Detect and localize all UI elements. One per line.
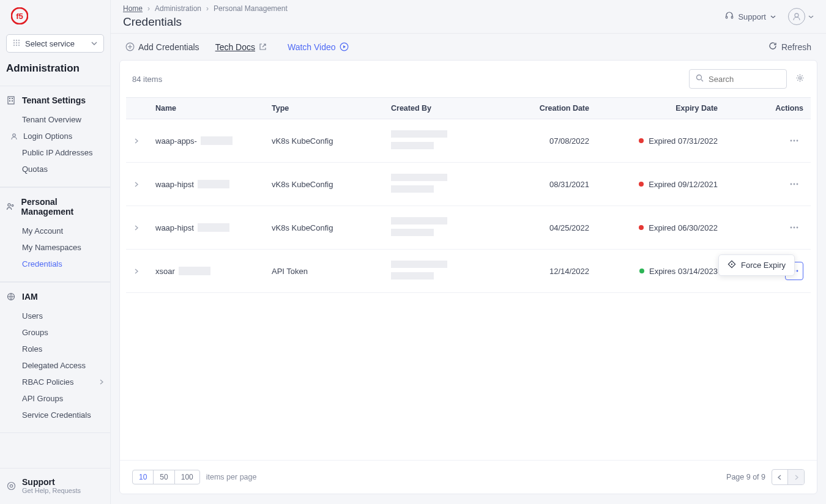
search-input-wrapper (689, 69, 787, 89)
sidebar-item-login-options[interactable]: Login Options (0, 128, 110, 144)
breadcrumb: Home Administration Personal Management (123, 4, 288, 13)
expand-row-button[interactable] (133, 136, 139, 146)
svg-point-27 (697, 75, 702, 80)
svg-point-17 (8, 204, 10, 206)
svg-point-35 (791, 227, 792, 229)
row-actions-button[interactable] (785, 175, 803, 193)
sidebar-support[interactable]: Support Get Help, Requests (0, 468, 110, 504)
ellipsis-icon (790, 183, 798, 185)
page-size-10[interactable]: 10 (133, 470, 154, 484)
table-settings-button[interactable] (795, 73, 805, 84)
lifebuoy-icon (6, 481, 16, 491)
expiry-text: Expired 06/30/2022 (649, 223, 718, 232)
svg-rect-15 (12, 100, 13, 102)
svg-rect-12 (9, 98, 10, 99)
prev-page-button[interactable] (772, 470, 788, 484)
row-actions-button[interactable] (785, 132, 803, 150)
select-service-dropdown[interactable]: Select service (6, 34, 104, 53)
credential-type: vK8s KubeConfig (264, 163, 384, 206)
svg-point-29 (791, 140, 792, 142)
sidebar-item-delegated-access[interactable]: Delegated Access (0, 357, 110, 374)
svg-point-36 (794, 227, 795, 229)
sidebar-item-my-account[interactable]: My Account (0, 223, 110, 239)
sidebar-item-api-groups[interactable]: API Groups (0, 390, 110, 407)
expiry-text: Expired 07/31/2022 (649, 136, 718, 146)
svg-point-10 (18, 44, 20, 45)
avatar-icon (788, 8, 805, 25)
page-title: Credentials (123, 15, 288, 29)
svg-point-6 (16, 42, 17, 43)
items-per-page-label: items per page (206, 473, 257, 481)
table-footer: 10 50 100 items per page Page 9 of 9 (120, 460, 817, 494)
user-menu[interactable] (788, 8, 814, 25)
ellipsis-icon (790, 139, 798, 142)
status-dot-icon (639, 138, 644, 143)
page-size-50[interactable]: 50 (154, 470, 174, 484)
sidebar-item-rbac-policies[interactable]: RBAC Policies (0, 374, 110, 390)
svg-point-21 (10, 484, 12, 487)
support-title: Support (22, 477, 81, 487)
sidebar: f5 Select service Administration Tenant … (0, 0, 111, 504)
credentials-table: Name Type Created By Creation Date Expir… (126, 97, 811, 293)
action-bar: Add Credentials Tech Docs Watch Video Re… (111, 34, 826, 60)
svg-point-4 (18, 39, 20, 40)
sidebar-item-users[interactable]: Users (0, 308, 110, 324)
col-expiry: Expiry Date (597, 98, 725, 119)
svg-point-18 (12, 205, 13, 207)
svg-point-7 (18, 42, 20, 43)
building-icon (6, 96, 16, 105)
redacted-text (179, 267, 210, 275)
col-type: Type (264, 98, 384, 119)
sidebar-item-groups[interactable]: Groups (0, 324, 110, 341)
sidebar-item-credentials[interactable]: Credentials (0, 256, 110, 272)
headset-icon (725, 12, 734, 22)
row-actions-button[interactable] (785, 218, 803, 237)
refresh-button[interactable]: Refresh (768, 42, 811, 52)
next-page-button[interactable] (788, 470, 804, 484)
watch-video-link[interactable]: Watch Video (288, 42, 349, 52)
tech-docs-link[interactable]: Tech Docs (215, 42, 267, 52)
support-dropdown[interactable]: Support (725, 12, 776, 22)
svg-point-34 (797, 183, 798, 185)
svg-point-31 (797, 140, 798, 142)
sidebar-item-public-ip[interactable]: Public IP Addresses (0, 144, 110, 161)
search-input[interactable] (709, 75, 780, 84)
expand-row-button[interactable] (133, 180, 139, 189)
sidebar-heading: Administration (0, 60, 110, 86)
chevron-right-icon (99, 377, 104, 387)
svg-point-5 (13, 42, 15, 43)
external-link-icon (259, 43, 267, 51)
breadcrumb-home[interactable]: Home (123, 4, 143, 13)
add-credentials-button[interactable]: Add Credentials (125, 42, 199, 52)
nav-group-iam: IAM Users Groups Roles Delegated Access … (0, 282, 110, 433)
chevron-left-icon (777, 475, 783, 480)
force-expiry-popover[interactable]: Force Expiry (718, 254, 795, 276)
creation-date: 04/25/2022 (506, 206, 597, 250)
ellipsis-icon (790, 226, 798, 229)
expand-row-button[interactable] (133, 223, 139, 232)
page-size-selector: 10 50 100 (132, 470, 200, 484)
sidebar-item-tenant-overview[interactable]: Tenant Overview (0, 111, 110, 128)
chevron-right-icon (794, 475, 799, 480)
svg-point-32 (791, 183, 792, 185)
page-info: Page 9 of 9 (726, 473, 765, 481)
creation-date: 12/14/2022 (506, 250, 597, 293)
table-row: waap-apps-vK8s KubeConfig07/08/2022Expir… (126, 119, 811, 163)
group-title: Personal Management (21, 197, 104, 217)
sidebar-item-my-namespaces[interactable]: My Namespaces (0, 239, 110, 256)
col-actions: Actions (725, 98, 811, 119)
table-card: 84 items (119, 60, 817, 494)
svg-point-3 (16, 39, 17, 40)
sidebar-item-quotas[interactable]: Quotas (0, 161, 110, 177)
svg-point-42 (731, 264, 732, 265)
sidebar-item-roles[interactable]: Roles (0, 341, 110, 357)
sidebar-item-service-credentials[interactable]: Service Credentials (0, 407, 110, 423)
search-icon (696, 74, 704, 84)
page-size-100[interactable]: 100 (175, 470, 199, 484)
expand-row-button[interactable] (133, 267, 139, 276)
redacted-text (198, 180, 229, 188)
refresh-icon (768, 42, 777, 52)
select-service-label: Select service (25, 39, 91, 48)
svg-rect-14 (9, 100, 10, 102)
redacted-text (201, 136, 233, 145)
